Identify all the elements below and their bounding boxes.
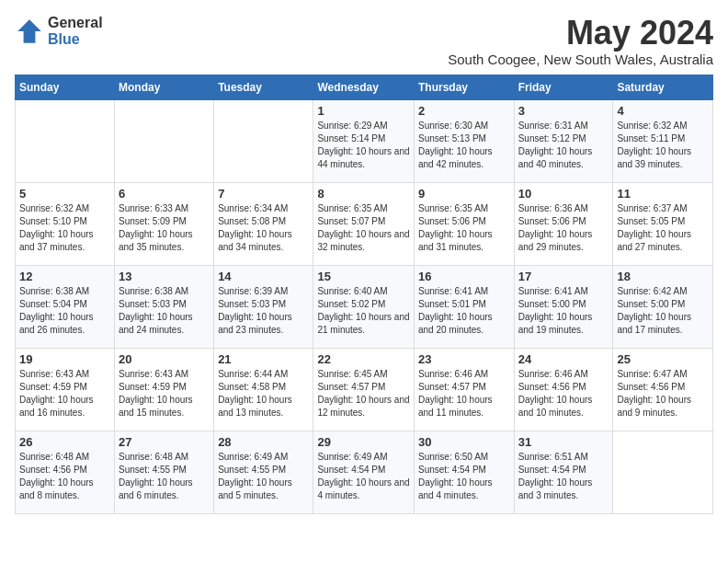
calendar-cell: 17Sunrise: 6:41 AMSunset: 5:00 PMDayligh… [514,265,613,348]
day-info: Sunrise: 6:33 AMSunset: 5:09 PMDaylight:… [119,202,210,254]
logo-blue: Blue [48,31,103,48]
day-info: Sunrise: 6:30 AMSunset: 5:13 PMDaylight:… [418,120,510,171]
calendar-cell: 13Sunrise: 6:38 AMSunset: 5:03 PMDayligh… [115,265,214,348]
day-number: 20 [119,352,210,366]
day-info: Sunrise: 6:48 AMSunset: 4:56 PMDaylight:… [19,451,110,502]
day-number: 5 [19,187,110,201]
day-number: 18 [617,270,709,283]
day-info: Sunrise: 6:40 AMSunset: 5:02 PMDaylight:… [317,285,410,337]
day-info: Sunrise: 6:35 AMSunset: 5:07 PMDaylight:… [317,202,410,254]
calendar-cell: 8Sunrise: 6:35 AMSunset: 5:07 PMDaylight… [313,182,415,265]
calendar-week-row: 12Sunrise: 6:38 AMSunset: 5:04 PMDayligh… [16,265,713,348]
day-number: 29 [317,435,410,449]
day-number: 4 [617,104,709,118]
day-number: 28 [218,435,309,449]
calendar-cell: 21Sunrise: 6:44 AMSunset: 4:58 PMDayligh… [214,348,313,431]
calendar-cell: 16Sunrise: 6:41 AMSunset: 5:01 PMDayligh… [414,265,514,348]
month-title: May 2024 [448,15,713,52]
svg-marker-0 [17,19,41,43]
location: South Coogee, New South Wales, Australia [448,52,713,67]
calendar-cell: 9Sunrise: 6:35 AMSunset: 5:06 PMDaylight… [414,182,514,265]
day-number: 19 [19,352,110,366]
day-info: Sunrise: 6:46 AMSunset: 4:56 PMDaylight:… [518,368,609,419]
page-header: General Blue May 2024 South Coogee, New … [15,15,713,67]
day-info: Sunrise: 6:37 AMSunset: 5:05 PMDaylight:… [617,202,709,254]
weekday-header: Tuesday [214,75,313,99]
day-info: Sunrise: 6:41 AMSunset: 5:01 PMDaylight:… [418,285,510,337]
day-number: 21 [218,352,309,366]
calendar-cell [16,99,115,182]
calendar-cell: 22Sunrise: 6:45 AMSunset: 4:57 PMDayligh… [313,348,415,431]
calendar-week-row: 1Sunrise: 6:29 AMSunset: 5:14 PMDaylight… [16,99,713,182]
calendar-week-row: 5Sunrise: 6:32 AMSunset: 5:10 PMDaylight… [16,182,713,265]
day-info: Sunrise: 6:35 AMSunset: 5:06 PMDaylight:… [418,202,510,254]
day-number: 24 [518,352,609,366]
day-number: 10 [518,187,609,201]
day-number: 27 [119,435,210,449]
calendar-cell: 5Sunrise: 6:32 AMSunset: 5:10 PMDaylight… [16,182,115,265]
calendar-cell: 27Sunrise: 6:48 AMSunset: 4:55 PMDayligh… [115,431,214,513]
day-number: 30 [418,435,510,449]
calendar-cell: 7Sunrise: 6:34 AMSunset: 5:08 PMDaylight… [214,182,313,265]
day-number: 11 [617,187,709,201]
day-number: 14 [218,270,309,283]
day-info: Sunrise: 6:34 AMSunset: 5:08 PMDaylight:… [218,202,309,254]
calendar-cell: 18Sunrise: 6:42 AMSunset: 5:00 PMDayligh… [613,265,713,348]
day-info: Sunrise: 6:39 AMSunset: 5:03 PMDaylight:… [218,285,309,337]
day-number: 15 [317,270,410,283]
day-info: Sunrise: 6:48 AMSunset: 4:55 PMDaylight:… [119,451,210,502]
calendar-cell: 26Sunrise: 6:48 AMSunset: 4:56 PMDayligh… [16,431,115,513]
day-number: 8 [317,187,410,201]
calendar-cell: 6Sunrise: 6:33 AMSunset: 5:09 PMDaylight… [115,182,214,265]
calendar-cell: 11Sunrise: 6:37 AMSunset: 5:05 PMDayligh… [613,182,713,265]
calendar-cell: 20Sunrise: 6:43 AMSunset: 4:59 PMDayligh… [115,348,214,431]
calendar-cell: 24Sunrise: 6:46 AMSunset: 4:56 PMDayligh… [514,348,613,431]
day-number: 26 [19,435,110,449]
calendar-cell: 23Sunrise: 6:46 AMSunset: 4:57 PMDayligh… [414,348,514,431]
calendar-cell: 15Sunrise: 6:40 AMSunset: 5:02 PMDayligh… [313,265,415,348]
calendar-cell: 3Sunrise: 6:31 AMSunset: 5:12 PMDaylight… [514,99,613,182]
day-info: Sunrise: 6:44 AMSunset: 4:58 PMDaylight:… [218,368,309,419]
day-info: Sunrise: 6:49 AMSunset: 4:54 PMDaylight:… [317,451,410,502]
weekday-header: Friday [514,75,613,99]
calendar-cell: 10Sunrise: 6:36 AMSunset: 5:06 PMDayligh… [514,182,613,265]
day-info: Sunrise: 6:32 AMSunset: 5:11 PMDaylight:… [617,120,709,171]
day-info: Sunrise: 6:31 AMSunset: 5:12 PMDaylight:… [518,120,609,171]
day-info: Sunrise: 6:36 AMSunset: 5:06 PMDaylight:… [518,202,609,254]
day-number: 17 [518,270,609,283]
calendar-cell: 28Sunrise: 6:49 AMSunset: 4:55 PMDayligh… [214,431,313,513]
calendar-cell [613,431,713,513]
day-info: Sunrise: 6:38 AMSunset: 5:03 PMDaylight:… [119,285,210,337]
day-info: Sunrise: 6:50 AMSunset: 4:54 PMDaylight:… [418,451,510,502]
calendar-cell: 14Sunrise: 6:39 AMSunset: 5:03 PMDayligh… [214,265,313,348]
day-number: 6 [119,187,210,201]
weekday-header: Wednesday [313,75,415,99]
day-number: 1 [317,104,410,118]
day-info: Sunrise: 6:49 AMSunset: 4:55 PMDaylight:… [218,451,309,502]
day-number: 2 [418,104,510,118]
calendar-cell: 19Sunrise: 6:43 AMSunset: 4:59 PMDayligh… [16,348,115,431]
calendar-week-row: 19Sunrise: 6:43 AMSunset: 4:59 PMDayligh… [16,348,713,431]
header-row: SundayMondayTuesdayWednesdayThursdayFrid… [16,75,713,99]
day-info: Sunrise: 6:38 AMSunset: 5:04 PMDaylight:… [19,285,110,337]
weekday-header: Sunday [16,75,115,99]
title-area: May 2024 South Coogee, New South Wales, … [448,15,713,67]
day-number: 22 [317,352,410,366]
calendar-cell: 12Sunrise: 6:38 AMSunset: 5:04 PMDayligh… [16,265,115,348]
day-number: 23 [418,352,510,366]
logo-text: General Blue [48,15,103,47]
calendar-cell: 30Sunrise: 6:50 AMSunset: 4:54 PMDayligh… [414,431,514,513]
day-info: Sunrise: 6:29 AMSunset: 5:14 PMDaylight:… [317,120,410,171]
day-number: 9 [418,187,510,201]
day-info: Sunrise: 6:51 AMSunset: 4:54 PMDaylight:… [518,451,609,502]
day-number: 7 [218,187,309,201]
day-info: Sunrise: 6:42 AMSunset: 5:00 PMDaylight:… [617,285,709,337]
calendar-week-row: 26Sunrise: 6:48 AMSunset: 4:56 PMDayligh… [16,431,713,513]
calendar-cell: 2Sunrise: 6:30 AMSunset: 5:13 PMDaylight… [414,99,514,182]
calendar-cell: 1Sunrise: 6:29 AMSunset: 5:14 PMDaylight… [313,99,415,182]
day-number: 31 [518,435,609,449]
weekday-header: Thursday [414,75,514,99]
day-info: Sunrise: 6:43 AMSunset: 4:59 PMDaylight:… [119,368,210,419]
day-number: 3 [518,104,609,118]
day-number: 13 [119,270,210,283]
